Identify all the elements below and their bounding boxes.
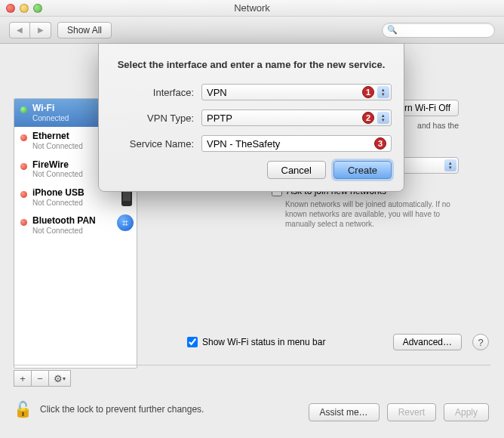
connection-info-text: and has the	[417, 121, 459, 130]
vpn-type-row: VPN Type: PPTP 2 ▴▾	[111, 110, 392, 126]
show-status-input[interactable]	[187, 337, 198, 347]
cancel-button[interactable]: Cancel	[267, 161, 326, 179]
show-status-label: Show Wi-Fi status in menu bar	[202, 337, 325, 347]
search-field[interactable]: 🔍	[382, 23, 495, 38]
interface-label: Interface:	[111, 87, 194, 98]
back-button[interactable]: ◀	[9, 22, 30, 39]
window-title: Network	[234, 2, 270, 14]
sidebar-footer-buttons: + − ⚙ ▾	[14, 370, 70, 387]
sheet-buttons: Cancel Create	[111, 161, 392, 179]
forward-button[interactable]: ▶	[30, 22, 51, 39]
remove-service-button[interactable]: −	[31, 370, 49, 387]
advanced-button[interactable]: Advanced…	[393, 334, 462, 350]
stepper-arrows-icon: ▴▾	[377, 86, 389, 98]
lock-area[interactable]: 🔓 Click the lock to prevent further chan…	[14, 400, 204, 418]
service-name-row: Service Name: VPN - TheSafety 3	[111, 135, 392, 152]
sheet-prompt: Select the interface and enter a name fo…	[111, 59, 392, 70]
sidebar-item-bluetooth-pan[interactable]: Bluetooth PAN Not Connected ⌗	[14, 211, 137, 239]
callout-badge-1: 1	[362, 86, 374, 98]
interface-row: Interface: VPN 1 ▴▾	[111, 84, 392, 100]
callout-badge-2: 2	[362, 112, 374, 124]
add-service-button[interactable]: +	[14, 370, 32, 387]
service-actions-button[interactable]: ⚙ ▾	[48, 370, 71, 387]
footer-buttons: Assist me… Revert Apply	[309, 403, 489, 421]
traffic-lights	[6, 4, 42, 13]
callout-badge-3: 3	[374, 137, 386, 150]
stepper-arrows-icon: ▴▾	[377, 112, 389, 124]
nav-buttons: ◀ ▶	[9, 22, 51, 39]
zoom-button[interactable]	[33, 4, 42, 13]
lock-text: Click the lock to prevent further change…	[40, 404, 204, 415]
lock-icon: 🔓	[14, 400, 32, 418]
service-name-value: VPN - TheSafety	[207, 138, 280, 150]
service-name: Bluetooth PAN	[32, 216, 129, 227]
chevron-down-icon: ▾	[63, 375, 66, 382]
interface-popup[interactable]: VPN 1 ▴▾	[201, 84, 392, 100]
titlebar: Network	[0, 0, 504, 17]
service-status: Not Connected	[32, 227, 129, 236]
vpn-type-label: VPN Type:	[111, 113, 194, 124]
create-button[interactable]: Create	[333, 161, 392, 179]
status-dot-icon	[20, 134, 27, 141]
divider	[14, 365, 490, 366]
status-dot-icon	[20, 163, 27, 170]
revert-button[interactable]: Revert	[387, 403, 436, 421]
status-dot-icon	[20, 191, 27, 198]
close-button[interactable]	[6, 4, 15, 13]
status-dot-icon	[20, 106, 27, 113]
show-all-button[interactable]: Show All	[57, 22, 112, 39]
status-dot-icon	[20, 219, 27, 226]
assist-me-button[interactable]: Assist me…	[309, 403, 380, 421]
ask-info-text: Known networks will be joined automatica…	[285, 199, 459, 229]
apply-button[interactable]: Apply	[444, 403, 489, 421]
help-button[interactable]: ?	[472, 334, 489, 350]
stepper-arrows-icon: ▴▾	[444, 159, 456, 171]
service-status: Not Connected	[32, 199, 129, 208]
vpn-type-popup[interactable]: PPTP 2 ▴▾	[201, 110, 392, 126]
minimize-button[interactable]	[20, 4, 29, 13]
new-service-sheet: Select the interface and enter a name fo…	[98, 44, 404, 192]
toolbar: ◀ ▶ Show All 🔍	[0, 17, 504, 44]
gear-icon: ⚙	[54, 373, 63, 384]
search-icon: 🔍	[387, 25, 398, 35]
bluetooth-icon: ⌗	[117, 214, 134, 231]
service-name-label: Service Name:	[111, 138, 194, 150]
interface-value: VPN	[207, 87, 227, 98]
vpn-type-value: PPTP	[207, 113, 232, 124]
service-name-input[interactable]: VPN - TheSafety 3	[201, 135, 392, 152]
show-status-checkbox[interactable]: Show Wi-Fi status in menu bar	[187, 337, 325, 347]
